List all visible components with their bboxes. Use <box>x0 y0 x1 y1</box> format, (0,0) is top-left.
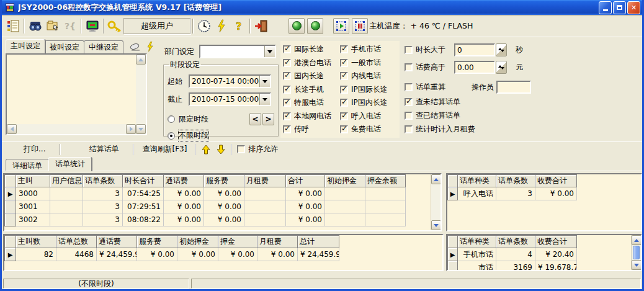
calltype-col2-6[interactable]: 免费电话 <box>340 124 397 135</box>
eraser-icon[interactable] <box>129 43 141 51</box>
cell[interactable]: ¥ 0.00 <box>535 187 577 200</box>
spinner-button[interactable] <box>496 43 507 56</box>
spinner-button[interactable] <box>496 61 507 74</box>
unlimited-period-radio[interactable] <box>168 132 175 140</box>
column-header[interactable]: 主叫 <box>16 175 50 187</box>
cell[interactable]: ¥ 0.00 <box>286 213 325 226</box>
column-header[interactable]: 通话费 <box>97 236 137 248</box>
timer-button[interactable] <box>195 17 213 35</box>
scroll-down-button[interactable] <box>632 260 642 270</box>
dataset-run-button[interactable] <box>333 18 349 34</box>
operator-input[interactable] <box>496 81 531 94</box>
column-header[interactable]: 押金 <box>218 236 257 248</box>
cell[interactable]: 手机市话 <box>458 248 496 261</box>
column-header[interactable]: 服务费 <box>204 175 244 187</box>
cell[interactable]: 3002 <box>16 213 50 226</box>
checkbox-checked-icon[interactable] <box>283 99 291 107</box>
unlimited-period-label[interactable]: 不限时段 <box>179 130 208 141</box>
checkbox-checked-icon[interactable] <box>283 59 291 67</box>
lightning-icon[interactable] <box>146 42 154 52</box>
calltype-col2-0[interactable]: 手机市话 <box>340 44 397 55</box>
cell[interactable]: ¥ 20.40 <box>535 248 577 261</box>
column-header[interactable]: 通话费 <box>164 175 204 187</box>
cell[interactable]: 3001 <box>16 200 50 213</box>
checkbox-checked-icon[interactable] <box>340 125 348 133</box>
minimize-button[interactable] <box>599 1 612 14</box>
cell[interactable] <box>244 213 286 226</box>
cell[interactable]: ¥ 19,678.70 <box>535 261 577 272</box>
fee-spinedit[interactable]: 0.00 <box>454 61 507 74</box>
cell[interactable]: ¥ 0.00 <box>286 200 325 213</box>
cell[interactable]: ¥ 0.00 <box>164 200 204 213</box>
checkbox-checked-icon[interactable] <box>283 86 291 94</box>
limited-period-label[interactable]: 限定时段 <box>179 114 208 125</box>
column-header[interactable]: 话单条数 <box>496 236 535 248</box>
cell[interactable]: 07:29:51 <box>123 200 164 213</box>
cell[interactable]: ¥ 0.00 <box>137 248 177 261</box>
scroll-down-button[interactable] <box>136 124 146 134</box>
cell[interactable]: ¥ 0.00 <box>204 200 244 213</box>
duration-spinedit[interactable]: 0 <box>454 43 507 56</box>
scroll-down-button[interactable] <box>431 220 441 230</box>
line-status-button-1[interactable] <box>288 18 305 34</box>
scroll-up-button[interactable] <box>136 55 146 65</box>
calltype-col2-4[interactable]: IP国内长途 <box>340 97 397 108</box>
move-up-button[interactable] <box>202 145 210 154</box>
cell[interactable]: 3 <box>83 187 123 200</box>
tab-trunk-setting[interactable]: 中继设定 <box>84 40 123 53</box>
tab-caller-setting[interactable]: 主叫设定 <box>6 39 45 53</box>
tab-detail-records[interactable]: 详细话单 <box>6 159 49 171</box>
cell[interactable]: ¥ 0.00 <box>164 187 204 200</box>
properties-button[interactable] <box>44 17 61 35</box>
login-key-button[interactable] <box>106 17 123 35</box>
column-header[interactable]: 押金余额 <box>365 175 406 187</box>
calltype-col1-0[interactable]: 国际长途 <box>283 44 340 55</box>
column-header[interactable]: 收费合计 <box>535 175 577 187</box>
column-header[interactable]: 主叫数 <box>16 236 56 248</box>
cell[interactable]: 3 <box>83 200 123 213</box>
cell[interactable]: ¥ 0.00 <box>164 213 204 226</box>
checkbox-checked-icon[interactable] <box>340 72 348 80</box>
unsettled-checkbox[interactable] <box>405 98 413 106</box>
cell[interactable] <box>244 187 286 200</box>
settle-button[interactable]: 结算话单 <box>77 142 130 156</box>
move-down-button[interactable] <box>217 145 225 154</box>
cell[interactable] <box>50 200 83 213</box>
column-header[interactable]: 月租费 <box>257 236 298 248</box>
context-help-button[interactable]: ?{ <box>61 17 79 35</box>
cell[interactable]: ¥ 24,459.95 <box>298 248 339 261</box>
dataset-stop-button[interactable] <box>352 18 368 34</box>
maximize-button[interactable] <box>613 1 626 14</box>
cell[interactable] <box>365 200 406 213</box>
column-header[interactable]: 话单条数 <box>83 175 123 187</box>
sort-allow-checkbox[interactable] <box>237 145 245 153</box>
cell[interactable] <box>50 213 83 226</box>
column-header[interactable]: 总计 <box>298 236 339 248</box>
checkbox-checked-icon[interactable] <box>283 72 291 80</box>
scroll-up-button[interactable] <box>632 235 642 245</box>
column-header[interactable]: 话单条数 <box>496 175 535 187</box>
prev-day-button[interactable]: < <box>249 113 261 125</box>
cell[interactable]: 3000 <box>16 187 50 200</box>
cell[interactable]: 3 <box>496 187 535 200</box>
limited-period-radio[interactable] <box>168 115 175 123</box>
exit-button[interactable] <box>253 17 270 35</box>
cell[interactable]: ¥ 0.00 <box>177 248 218 261</box>
checkbox-checked-icon[interactable] <box>340 112 348 120</box>
checkbox-checked-icon[interactable] <box>340 45 348 53</box>
cell[interactable]: 市话 <box>458 261 496 272</box>
monthly-fee-checkbox[interactable] <box>405 125 413 133</box>
listbox-horizontal-scrollbar[interactable] <box>7 124 136 134</box>
cell[interactable] <box>325 213 365 226</box>
checkbox-checked-icon[interactable] <box>283 45 291 53</box>
scrollbar-thumb[interactable] <box>633 246 640 259</box>
calltype-col1-3[interactable]: 长途手机 <box>283 84 340 95</box>
cell[interactable]: 4 <box>496 248 535 261</box>
listbox-vertical-scrollbar[interactable] <box>136 55 146 134</box>
next-day-button[interactable]: > <box>262 113 274 125</box>
cell[interactable]: ¥ 0.00 <box>257 248 298 261</box>
column-header[interactable]: 用户信息 <box>50 175 83 187</box>
end-datetime-combobox[interactable]: 2010-07-15 00:00 <box>189 92 271 106</box>
dropdown-button[interactable] <box>259 76 270 87</box>
column-header[interactable]: 话单总数 <box>56 236 97 248</box>
